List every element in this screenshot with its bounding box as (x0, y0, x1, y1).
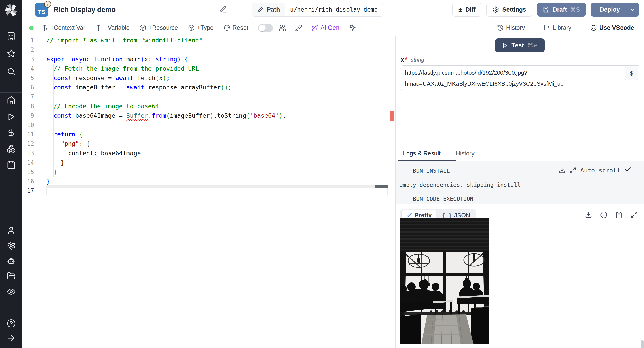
pencil-icon (258, 6, 264, 13)
user-icon[interactable] (6, 226, 16, 236)
horizontal-scrollbar-thumb[interactable] (375, 185, 388, 188)
code-line[interactable]: const response = await fetch(x); (46, 73, 388, 83)
code-line[interactable]: return { (46, 130, 388, 139)
add-type-button[interactable]: +Type (188, 24, 214, 31)
add-context-var-button[interactable]: +Context Var (41, 24, 85, 31)
line-number: 3 (22, 54, 46, 64)
add-variable-button[interactable]: +Variable (95, 24, 130, 31)
settings-gear-icon[interactable] (6, 241, 16, 250)
line-number: 15 (22, 167, 46, 177)
result-area: Pretty { } JSON (396, 204, 644, 348)
windmill-script-editor: TS Rich Display demo Path u/henri/rich_d… (0, 0, 644, 348)
windmill-logo-icon[interactable] (4, 3, 18, 18)
code-line[interactable]: } (46, 167, 388, 177)
expand-logs-icon[interactable] (570, 167, 576, 174)
help-icon[interactable] (6, 318, 16, 328)
path-editor[interactable]: Path u/henri/rich_display_demo (252, 3, 383, 16)
reset-button[interactable]: Reset (224, 24, 248, 31)
library-icon (544, 24, 550, 31)
draft-button[interactable]: Draft ⌘S (537, 3, 586, 16)
use-vscode-button[interactable]: Use VScode (590, 24, 634, 31)
code-line[interactable] (46, 92, 388, 102)
top-header: TS Rich Display demo Path u/henri/rich_d… (22, 0, 644, 20)
runs-play-icon[interactable] (6, 112, 16, 122)
folders-icon[interactable] (6, 271, 16, 281)
log-line: --- BUN CODE EXECUTION --- (399, 192, 572, 204)
code-line[interactable]: const base64Image = Buffer.from(imageBuf… (46, 111, 388, 120)
line-number: 14 (22, 158, 46, 167)
code-line[interactable]: // import * as wmill from "windmill-clie… (46, 36, 388, 45)
draft-shortcut: ⌘S (570, 6, 580, 13)
edit-summary-pencil-icon[interactable] (219, 5, 228, 14)
settings-button[interactable]: Settings (486, 3, 532, 16)
diff-mode-toggle[interactable] (258, 24, 273, 32)
auto-scroll-checkbox[interactable] (624, 166, 632, 174)
path-value[interactable]: u/henri/rich_display_demo (285, 3, 383, 16)
format-brush-icon[interactable] (295, 24, 302, 32)
workers-robot-icon[interactable] (6, 256, 16, 266)
deploy-options-caret[interactable] (626, 3, 639, 16)
download-result-icon[interactable] (585, 211, 592, 218)
code-line[interactable]: // Fetch the image from the provided URL (46, 64, 388, 73)
path-button[interactable]: Path (252, 3, 285, 16)
tab-history[interactable]: History (454, 145, 477, 162)
search-icon[interactable] (6, 67, 16, 76)
plus-minus-icon: ± (458, 6, 462, 13)
schedules-calendar-icon[interactable] (6, 160, 16, 170)
argument-x-input[interactable] (401, 65, 640, 90)
favorites-star-icon[interactable] (6, 48, 16, 58)
page-title: Rich Display demo (54, 0, 116, 20)
line-number: 16 (22, 177, 46, 186)
test-button[interactable]: Test ⌘↵ (495, 38, 545, 52)
line-number: 10 (22, 120, 46, 130)
library-button[interactable]: Library (544, 24, 571, 31)
resize-handle-icon[interactable] (635, 85, 639, 89)
horizontal-scrollbar[interactable] (46, 185, 388, 188)
download-logs-icon[interactable] (559, 167, 566, 174)
argument-label: x* string (401, 56, 424, 63)
copy-clipboard-icon[interactable] (616, 211, 622, 218)
code-line[interactable] (46, 120, 388, 130)
history-button[interactable]: History (497, 24, 525, 31)
minimap-overview-ruler[interactable] (389, 36, 395, 348)
workspace-icon[interactable] (6, 31, 16, 41)
add-resource-button[interactable]: +Resource (139, 24, 178, 31)
deploy-button-group: Deploy (591, 3, 639, 16)
expand-sidebar-arrow-icon[interactable] (6, 333, 16, 343)
ai-gen-button[interactable]: AI Gen (311, 24, 339, 31)
code-line[interactable]: const imageBuffer = await response.array… (46, 83, 388, 92)
diff-button[interactable]: ± Diff (452, 3, 482, 16)
home-icon[interactable] (6, 95, 16, 105)
log-line: empty dependencies, skipping install (399, 178, 572, 192)
tab-logs-result[interactable]: Logs & Result (401, 145, 443, 162)
resources-cubes-icon[interactable] (6, 144, 16, 154)
multiplayer-users-icon[interactable] (278, 24, 286, 32)
info-icon[interactable] (600, 211, 607, 218)
expand-result-icon[interactable] (630, 211, 638, 218)
line-number: 13 (22, 148, 46, 158)
insert-variable-button[interactable]: $ (625, 67, 638, 80)
code-line[interactable]: // Encode the image to base64 (46, 102, 388, 111)
editor-gutter: 1234567891011121314151617 (22, 36, 46, 348)
line-number: 1 (22, 36, 46, 45)
code-editor[interactable]: 1234567891011121314151617 // import * as… (22, 36, 395, 348)
result-image (400, 218, 489, 344)
deploy-button[interactable]: Deploy (591, 3, 626, 16)
package-icon (188, 24, 195, 31)
code-line[interactable] (46, 45, 388, 54)
dollar-icon (95, 24, 102, 31)
auto-scroll-label: Auto scroll (580, 167, 620, 174)
code-line[interactable]: } (46, 177, 388, 186)
sparkles-icon[interactable] (349, 24, 356, 32)
line-number: 7 (22, 92, 46, 102)
code-line[interactable]: "png": { (46, 139, 388, 148)
code-lines[interactable]: // import * as wmill from "windmill-clie… (46, 36, 388, 196)
result-scrollbar[interactable] (641, 340, 644, 348)
code-line[interactable]: content: base64Image (46, 148, 388, 158)
path-label: Path (267, 6, 280, 13)
audit-logs-eye-icon[interactable] (6, 287, 16, 296)
variables-dollar-icon[interactable] (6, 128, 16, 138)
code-line[interactable]: } (46, 158, 388, 167)
code-line[interactable]: export async function main(x: string) { (46, 54, 388, 64)
wand-icon (311, 24, 318, 31)
